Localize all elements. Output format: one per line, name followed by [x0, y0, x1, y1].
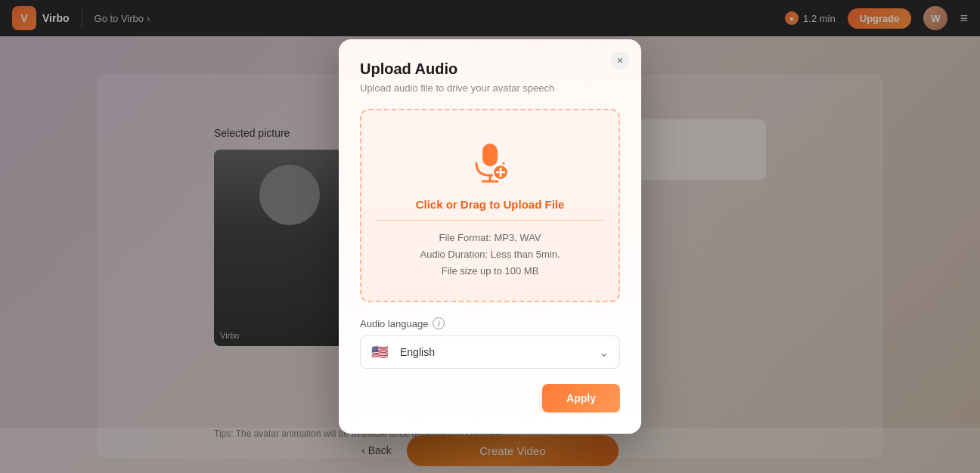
apply-button[interactable]: Apply [542, 384, 620, 413]
audio-language-label: Audio language i [360, 317, 620, 329]
language-select-wrapper: 🇺🇸 English ⌄ [360, 335, 620, 369]
upload-dropzone[interactable]: Click or Drag to Upload File File Format… [360, 109, 620, 302]
language-chevron-icon: ⌄ [599, 345, 609, 360]
language-dropdown[interactable]: 🇺🇸 English ⌄ [360, 335, 620, 369]
modal-title: Upload Audio [360, 60, 620, 78]
modal-subtitle: Upload audio file to drive your avatar s… [360, 82, 620, 94]
language-name: English [400, 346, 435, 358]
modal-close-button[interactable]: × [611, 51, 629, 70]
upload-divider [377, 220, 603, 221]
language-flag: 🇺🇸 [371, 344, 388, 360]
audio-language-info-icon[interactable]: i [433, 317, 445, 329]
microphone-upload-icon [466, 138, 514, 186]
upload-audio-modal: × Upload Audio Upload audio file to driv… [339, 39, 641, 434]
modal-backdrop: × Upload Audio Upload audio file to driv… [0, 0, 980, 473]
audio-language-section: Audio language i 🇺🇸 English ⌄ [360, 317, 620, 369]
modal-footer: Apply [360, 384, 620, 413]
svg-rect-0 [482, 144, 498, 166]
upload-file-format: File Format: MP3, WAV Audio Duration: Le… [420, 230, 560, 280]
upload-label: Click or Drag to Upload File [416, 198, 565, 211]
